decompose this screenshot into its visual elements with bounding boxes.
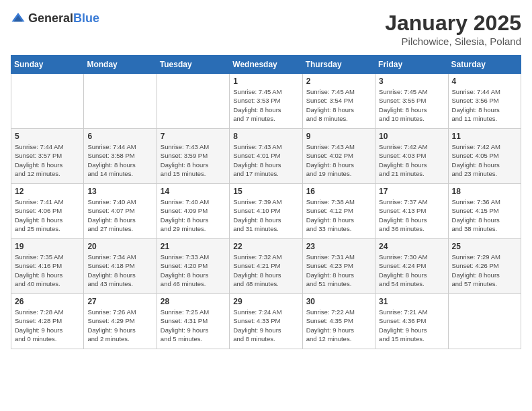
calendar-cell: 14Sunrise: 7:40 AM Sunset: 4:09 PM Dayli… xyxy=(157,184,229,239)
day-info: Sunrise: 7:33 AM Sunset: 4:20 PM Dayligh… xyxy=(161,253,226,288)
day-number: 1 xyxy=(233,77,298,86)
day-number: 13 xyxy=(87,187,152,196)
day-info: Sunrise: 7:32 AM Sunset: 4:21 PM Dayligh… xyxy=(233,253,298,288)
calendar-cell: 13Sunrise: 7:40 AM Sunset: 4:07 PM Dayli… xyxy=(84,184,157,239)
day-number: 11 xyxy=(452,132,517,141)
day-info: Sunrise: 7:43 AM Sunset: 4:02 PM Dayligh… xyxy=(306,142,371,178)
title-block: January 2025 Pilchowice, Silesia, Poland xyxy=(385,11,521,47)
day-info: Sunrise: 7:45 AM Sunset: 3:54 PM Dayligh… xyxy=(306,87,371,123)
logo-blue: Blue xyxy=(73,11,99,25)
day-number: 4 xyxy=(452,77,517,86)
calendar-cell: 26Sunrise: 7:28 AM Sunset: 4:28 PM Dayli… xyxy=(11,294,84,349)
day-info: Sunrise: 7:37 AM Sunset: 4:13 PM Dayligh… xyxy=(379,197,444,233)
day-info: Sunrise: 7:28 AM Sunset: 4:28 PM Dayligh… xyxy=(15,308,80,343)
logo-general: General xyxy=(28,11,73,25)
calendar-cell: 7Sunrise: 7:43 AM Sunset: 3:59 PM Daylig… xyxy=(157,129,229,184)
day-number: 18 xyxy=(452,187,517,196)
calendar-cell: 29Sunrise: 7:24 AM Sunset: 4:33 PM Dayli… xyxy=(230,294,302,349)
calendar-cell: 30Sunrise: 7:22 AM Sunset: 4:35 PM Dayli… xyxy=(302,294,375,349)
calendar-cell: 12Sunrise: 7:41 AM Sunset: 4:06 PM Dayli… xyxy=(11,184,84,239)
day-info: Sunrise: 7:25 AM Sunset: 4:31 PM Dayligh… xyxy=(161,308,226,343)
day-info: Sunrise: 7:35 AM Sunset: 4:16 PM Dayligh… xyxy=(15,253,80,288)
day-number: 25 xyxy=(452,242,517,251)
day-info: Sunrise: 7:41 AM Sunset: 4:06 PM Dayligh… xyxy=(15,197,80,233)
calendar-cell: 5Sunrise: 7:44 AM Sunset: 3:57 PM Daylig… xyxy=(11,129,84,184)
logo-text: GeneralBlue xyxy=(28,11,99,26)
day-info: Sunrise: 7:45 AM Sunset: 3:53 PM Dayligh… xyxy=(233,87,298,123)
day-number: 3 xyxy=(379,77,444,86)
day-number: 20 xyxy=(87,242,152,251)
calendar-cell xyxy=(84,74,157,129)
day-info: Sunrise: 7:24 AM Sunset: 4:33 PM Dayligh… xyxy=(233,308,298,343)
week-row-4: 19Sunrise: 7:35 AM Sunset: 4:16 PM Dayli… xyxy=(11,239,521,294)
calendar-cell: 20Sunrise: 7:34 AM Sunset: 4:18 PM Dayli… xyxy=(84,239,157,294)
calendar-cell: 10Sunrise: 7:42 AM Sunset: 4:03 PM Dayli… xyxy=(375,129,448,184)
day-number: 9 xyxy=(306,132,371,141)
calendar-cell: 2Sunrise: 7:45 AM Sunset: 3:54 PM Daylig… xyxy=(302,74,375,129)
day-number: 27 xyxy=(87,297,152,306)
day-info: Sunrise: 7:36 AM Sunset: 4:15 PM Dayligh… xyxy=(452,197,517,233)
day-info: Sunrise: 7:40 AM Sunset: 4:07 PM Dayligh… xyxy=(87,197,152,233)
day-info: Sunrise: 7:43 AM Sunset: 3:59 PM Dayligh… xyxy=(161,142,226,178)
calendar: SundayMondayTuesdayWednesdayThursdayFrid… xyxy=(11,55,521,349)
day-number: 14 xyxy=(161,187,226,196)
day-number: 21 xyxy=(161,242,226,251)
calendar-cell xyxy=(448,294,521,349)
calendar-cell: 3Sunrise: 7:45 AM Sunset: 3:55 PM Daylig… xyxy=(375,74,448,129)
day-number: 12 xyxy=(15,187,80,196)
logo-icon xyxy=(11,11,26,26)
day-info: Sunrise: 7:21 AM Sunset: 4:36 PM Dayligh… xyxy=(379,308,444,343)
page-header: GeneralBlue January 2025 Pilchowice, Sil… xyxy=(11,11,521,47)
day-info: Sunrise: 7:40 AM Sunset: 4:09 PM Dayligh… xyxy=(161,197,226,233)
week-row-1: 1Sunrise: 7:45 AM Sunset: 3:53 PM Daylig… xyxy=(11,74,521,129)
day-info: Sunrise: 7:22 AM Sunset: 4:35 PM Dayligh… xyxy=(306,308,371,343)
day-number: 23 xyxy=(306,242,371,251)
day-number: 16 xyxy=(306,187,371,196)
calendar-cell: 31Sunrise: 7:21 AM Sunset: 4:36 PM Dayli… xyxy=(375,294,448,349)
day-info: Sunrise: 7:31 AM Sunset: 4:23 PM Dayligh… xyxy=(306,253,371,288)
calendar-cell: 16Sunrise: 7:38 AM Sunset: 4:12 PM Dayli… xyxy=(302,184,375,239)
calendar-cell: 11Sunrise: 7:42 AM Sunset: 4:05 PM Dayli… xyxy=(448,129,521,184)
calendar-cell xyxy=(11,74,84,129)
day-info: Sunrise: 7:44 AM Sunset: 3:58 PM Dayligh… xyxy=(87,142,152,178)
day-number: 7 xyxy=(161,132,226,141)
weekday-header-thursday: Thursday xyxy=(302,56,375,74)
day-number: 17 xyxy=(379,187,444,196)
day-info: Sunrise: 7:42 AM Sunset: 4:05 PM Dayligh… xyxy=(452,142,517,178)
month-title: January 2025 xyxy=(385,11,521,36)
weekday-header-saturday: Saturday xyxy=(448,56,521,74)
day-info: Sunrise: 7:30 AM Sunset: 4:24 PM Dayligh… xyxy=(379,253,444,288)
calendar-cell: 1Sunrise: 7:45 AM Sunset: 3:53 PM Daylig… xyxy=(230,74,302,129)
calendar-cell: 21Sunrise: 7:33 AM Sunset: 4:20 PM Dayli… xyxy=(157,239,229,294)
location-title: Pilchowice, Silesia, Poland xyxy=(385,36,521,47)
calendar-cell: 9Sunrise: 7:43 AM Sunset: 4:02 PM Daylig… xyxy=(302,129,375,184)
day-info: Sunrise: 7:34 AM Sunset: 4:18 PM Dayligh… xyxy=(87,253,152,288)
calendar-cell: 22Sunrise: 7:32 AM Sunset: 4:21 PM Dayli… xyxy=(230,239,302,294)
calendar-cell: 8Sunrise: 7:43 AM Sunset: 4:01 PM Daylig… xyxy=(230,129,302,184)
day-info: Sunrise: 7:42 AM Sunset: 4:03 PM Dayligh… xyxy=(379,142,444,178)
day-number: 2 xyxy=(306,77,371,86)
weekday-header-wednesday: Wednesday xyxy=(230,56,302,74)
day-number: 19 xyxy=(15,242,80,251)
day-number: 31 xyxy=(379,297,444,306)
day-info: Sunrise: 7:38 AM Sunset: 4:12 PM Dayligh… xyxy=(306,197,371,233)
week-row-2: 5Sunrise: 7:44 AM Sunset: 3:57 PM Daylig… xyxy=(11,129,521,184)
week-row-3: 12Sunrise: 7:41 AM Sunset: 4:06 PM Dayli… xyxy=(11,184,521,239)
day-number: 8 xyxy=(233,132,298,141)
calendar-cell: 6Sunrise: 7:44 AM Sunset: 3:58 PM Daylig… xyxy=(84,129,157,184)
calendar-cell: 27Sunrise: 7:26 AM Sunset: 4:29 PM Dayli… xyxy=(84,294,157,349)
weekday-header-row: SundayMondayTuesdayWednesdayThursdayFrid… xyxy=(11,56,521,74)
day-info: Sunrise: 7:44 AM Sunset: 3:57 PM Dayligh… xyxy=(15,142,80,178)
calendar-cell xyxy=(157,74,229,129)
day-number: 5 xyxy=(15,132,80,141)
calendar-cell: 19Sunrise: 7:35 AM Sunset: 4:16 PM Dayli… xyxy=(11,239,84,294)
calendar-cell: 15Sunrise: 7:39 AM Sunset: 4:10 PM Dayli… xyxy=(230,184,302,239)
day-info: Sunrise: 7:44 AM Sunset: 3:56 PM Dayligh… xyxy=(452,87,517,123)
day-number: 10 xyxy=(379,132,444,141)
week-row-5: 26Sunrise: 7:28 AM Sunset: 4:28 PM Dayli… xyxy=(11,294,521,349)
day-info: Sunrise: 7:45 AM Sunset: 3:55 PM Dayligh… xyxy=(379,87,444,123)
weekday-header-sunday: Sunday xyxy=(11,56,84,74)
calendar-cell: 23Sunrise: 7:31 AM Sunset: 4:23 PM Dayli… xyxy=(302,239,375,294)
day-info: Sunrise: 7:26 AM Sunset: 4:29 PM Dayligh… xyxy=(87,308,152,343)
day-number: 15 xyxy=(233,187,298,196)
